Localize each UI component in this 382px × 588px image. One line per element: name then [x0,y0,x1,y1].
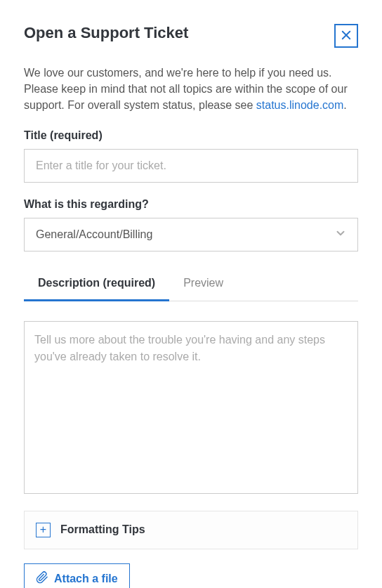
tab-preview[interactable]: Preview [169,267,237,301]
description-textarea[interactable] [24,321,358,494]
close-icon [340,29,353,44]
formatting-tips-panel[interactable]: + Formatting Tips [24,511,358,549]
close-button[interactable] [334,24,358,48]
regarding-select[interactable]: General/Account/Billing [24,218,358,251]
formatting-tips-label: Formatting Tips [60,523,145,536]
tab-description[interactable]: Description (required) [24,267,169,301]
plus-icon: + [36,523,51,537]
intro-after: . [343,99,346,111]
paperclip-icon [36,571,48,587]
intro-text: We love our customers, and we're here to… [24,65,358,114]
regarding-label: What is this regarding? [24,198,358,211]
attach-label: Attach a file [54,573,118,585]
attach-file-button[interactable]: Attach a file [24,563,130,588]
status-link[interactable]: status.linode.com [256,99,344,111]
title-label: Title (required) [24,129,358,142]
dialog-title: Open a Support Ticket [24,24,188,42]
tabs: Description (required) Preview [24,267,358,301]
title-input[interactable] [24,149,358,183]
